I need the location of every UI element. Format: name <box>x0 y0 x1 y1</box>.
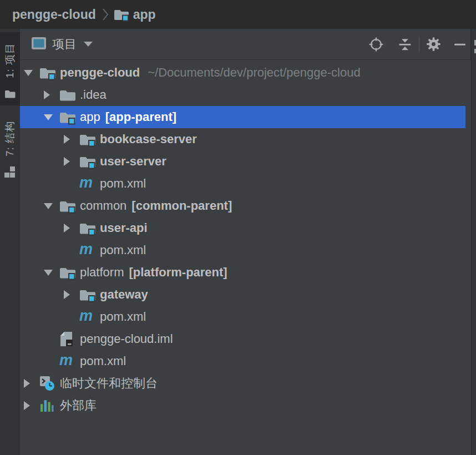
module-folder-icon <box>79 131 96 148</box>
expand-arrow-icon[interactable] <box>64 224 79 232</box>
tree-row[interactable]: app[app-parent] <box>20 106 471 128</box>
chevron-right-icon <box>102 7 109 22</box>
tree-row[interactable]: gateway <box>20 284 471 306</box>
tree-item-name: 临时文件和控制台 <box>60 375 158 392</box>
stripe-button-structure[interactable]: 7: 结构 <box>0 111 20 184</box>
tree-row[interactable]: 临时文件和控制台 <box>20 372 471 395</box>
crosshair-icon <box>369 37 383 52</box>
breadcrumb-project[interactable]: pengge-cloud <box>12 7 96 22</box>
maven-icon: m <box>79 309 96 325</box>
module-folder-icon <box>79 132 96 147</box>
module-folder-icon <box>79 286 96 303</box>
collapse-all-icon <box>398 37 412 52</box>
hide-button[interactable] <box>450 35 469 54</box>
maven-icon: m <box>79 242 96 259</box>
structure-icon <box>4 166 16 178</box>
tree-row[interactable]: user-api <box>20 217 471 239</box>
module-folder-icon <box>59 109 76 125</box>
scratches-icon <box>39 375 56 392</box>
stripe-label-project: 1: 项目 <box>3 43 17 78</box>
expand-arrow-icon[interactable] <box>24 379 39 388</box>
tree-item-name: pom.xml <box>80 354 126 368</box>
iml-icon <box>59 331 76 347</box>
tree-row[interactable]: bookcase-server <box>20 128 471 150</box>
external-libraries-icon <box>39 399 54 413</box>
tree-row[interactable]: platform[platform-parent] <box>20 261 471 284</box>
maven-icon: m <box>79 175 96 192</box>
header-separator <box>419 36 419 53</box>
tool-window-title-dropdown[interactable]: 项目 <box>32 36 93 53</box>
stripe-label-structure: 7: 结构 <box>3 121 17 156</box>
expand-arrow-icon[interactable] <box>44 90 59 99</box>
tree-item-name: 外部库 <box>60 397 97 414</box>
tree-item-name: pengge-cloud <box>60 65 140 80</box>
tree-item-name: pom.xml <box>100 243 146 257</box>
module-folder-icon <box>114 7 129 22</box>
expand-arrow-icon[interactable] <box>24 401 39 410</box>
expand-arrow-icon[interactable] <box>64 157 79 166</box>
module-folder-icon <box>59 264 76 281</box>
chevron-down-icon <box>84 42 93 47</box>
project-tool-window-icon <box>32 37 46 52</box>
maven-icon: m <box>59 353 76 370</box>
maven-icon: m <box>79 175 93 190</box>
expand-arrow-icon[interactable] <box>64 135 79 144</box>
frame-right-edge <box>470 29 476 455</box>
breadcrumb-module[interactable]: app <box>133 7 156 22</box>
iml-module-file-icon <box>59 331 74 347</box>
collapse-arrow-icon[interactable] <box>44 203 59 209</box>
locate-file-button[interactable] <box>367 35 386 54</box>
tree-row[interactable]: .idea <box>20 84 471 106</box>
folder-icon <box>59 87 76 103</box>
module-folder-icon <box>79 153 96 170</box>
tree-item-name: bookcase-server <box>100 132 197 146</box>
tree-item-name: app <box>80 110 100 124</box>
tree-row[interactable]: common[common-parent] <box>20 195 471 217</box>
tree-row[interactable]: 外部库 <box>20 395 471 417</box>
project-folder-icon <box>4 89 16 99</box>
tree-item-name: .idea <box>80 88 107 102</box>
settings-button[interactable] <box>424 35 443 54</box>
project-tree: pengge-cloud~/Documents/dev/project/peng… <box>20 60 471 455</box>
module-folder-icon <box>79 221 96 236</box>
tree-row[interactable]: mpom.xml <box>20 173 471 195</box>
tree-item-name: platform <box>80 265 124 280</box>
module-folder-icon <box>59 265 76 280</box>
module-folder-icon <box>79 220 96 236</box>
tool-window-stripe: 1: 项目 7: 结构 <box>0 29 20 455</box>
collapse-arrow-icon[interactable] <box>44 114 59 120</box>
tree-item-module-suffix: [app-parent] <box>105 110 176 124</box>
collapse-arrow-icon[interactable] <box>44 270 59 276</box>
module-folder-icon <box>59 199 76 214</box>
module-folder-icon <box>79 154 96 169</box>
folder-icon <box>59 88 76 103</box>
maven-icon: m <box>79 309 93 323</box>
libraries-icon <box>39 397 56 414</box>
breadcrumb: pengge-cloud app <box>0 0 476 29</box>
maven-icon: m <box>59 353 73 368</box>
tree-row[interactable]: pengge-cloud.iml <box>20 328 471 350</box>
collapse-all-button[interactable] <box>396 35 414 54</box>
tree-row[interactable]: mpom.xml <box>20 306 471 328</box>
tool-window-title: 项目 <box>52 36 77 53</box>
tree-item-name: pengge-cloud.iml <box>80 332 173 346</box>
module-folder-icon <box>39 64 56 81</box>
tree-item-name: user-server <box>100 154 166 169</box>
tree-item-path: ~/Documents/dev/project/pengge-cloud <box>148 65 360 80</box>
tree-item-name: pom.xml <box>100 176 146 191</box>
tree-item-name: pom.xml <box>100 310 146 324</box>
tree-row[interactable]: pengge-cloud~/Documents/dev/project/peng… <box>20 62 471 84</box>
tree-row[interactable]: mpom.xml <box>20 350 471 372</box>
collapse-arrow-icon[interactable] <box>24 70 39 76</box>
maven-icon: m <box>79 242 93 257</box>
tree-row[interactable]: mpom.xml <box>20 239 471 261</box>
module-folder-icon <box>39 65 56 80</box>
minus-icon <box>453 38 467 51</box>
tree-row[interactable]: user-server <box>20 150 471 173</box>
tool-window-header: 项目 <box>20 29 470 60</box>
module-folder-icon <box>79 287 96 302</box>
module-folder-icon <box>59 198 76 214</box>
expand-arrow-icon[interactable] <box>64 290 79 299</box>
tree-item-name: common <box>80 199 126 213</box>
stripe-button-project[interactable]: 1: 项目 <box>0 32 20 105</box>
